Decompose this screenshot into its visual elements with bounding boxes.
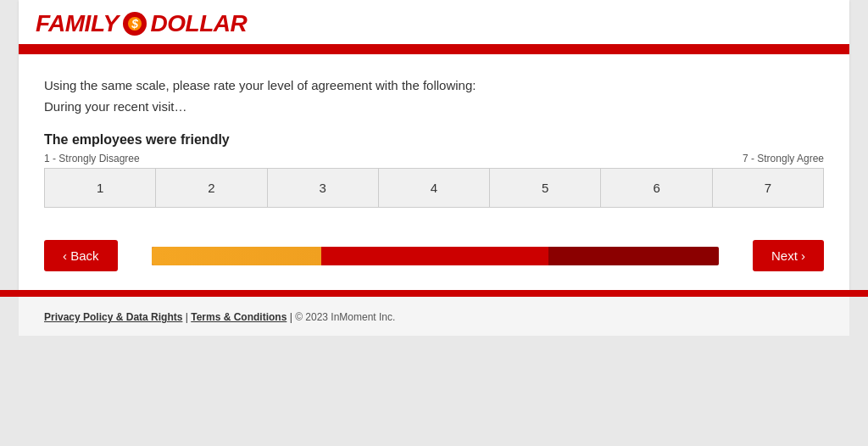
footer-red-bar — [0, 290, 868, 297]
header-red-bar — [19, 47, 849, 54]
logo-icon: $ — [121, 10, 148, 37]
logo-text: FAMILY $ DOLLAR — [36, 10, 247, 37]
scale-option-1[interactable]: 1 — [45, 169, 156, 207]
scale-label-left: 1 - Strongly Disagree — [44, 153, 140, 164]
question-label: The employees were friendly — [44, 132, 824, 148]
progress-bar — [152, 247, 719, 265]
sub-text: During your recent visit… — [44, 99, 824, 114]
scale-labels: 1 - Strongly Disagree 7 - Strongly Agree — [44, 153, 824, 164]
scale-option-4[interactable]: 4 — [379, 169, 490, 207]
intro-text: Using the same scale, please rate your l… — [44, 78, 824, 92]
scale-option-5[interactable]: 5 — [490, 169, 601, 207]
nav-row: ‹ Back Next › — [19, 225, 849, 290]
scale-option-6[interactable]: 6 — [601, 169, 712, 207]
footer: Privacy Policy & Data Rights | Terms & C… — [19, 297, 849, 336]
scale-button-group: 1234567 — [44, 168, 824, 208]
back-button[interactable]: ‹ Back — [44, 240, 118, 271]
privacy-link[interactable]: Privacy Policy & Data Rights — [44, 311, 182, 323]
content-area: Using the same scale, please rate your l… — [19, 54, 849, 225]
logo-dollar: DOLLAR — [151, 12, 248, 36]
scale-option-7[interactable]: 7 — [713, 169, 823, 207]
progress-fill-red — [321, 247, 548, 265]
footer-copyright: © 2023 InMoment Inc. — [295, 311, 395, 323]
footer-links: Privacy Policy & Data Rights | Terms & C… — [44, 311, 395, 323]
svg-text:$: $ — [131, 17, 138, 31]
terms-link[interactable]: Terms & Conditions — [191, 311, 287, 323]
logo-family: FAMILY — [36, 12, 119, 36]
scale-option-2[interactable]: 2 — [156, 169, 267, 207]
progress-fill-yellow — [152, 247, 322, 265]
logo: FAMILY $ DOLLAR — [36, 10, 832, 37]
next-button[interactable]: Next › — [753, 240, 824, 271]
scale-label-right: 7 - Strongly Agree — [743, 153, 824, 164]
page-wrapper: FAMILY $ DOLLAR Using the same scale, pl… — [0, 0, 868, 446]
main-card: FAMILY $ DOLLAR Using the same scale, pl… — [19, 0, 849, 290]
header: FAMILY $ DOLLAR — [19, 0, 849, 47]
scale-option-3[interactable]: 3 — [268, 169, 379, 207]
